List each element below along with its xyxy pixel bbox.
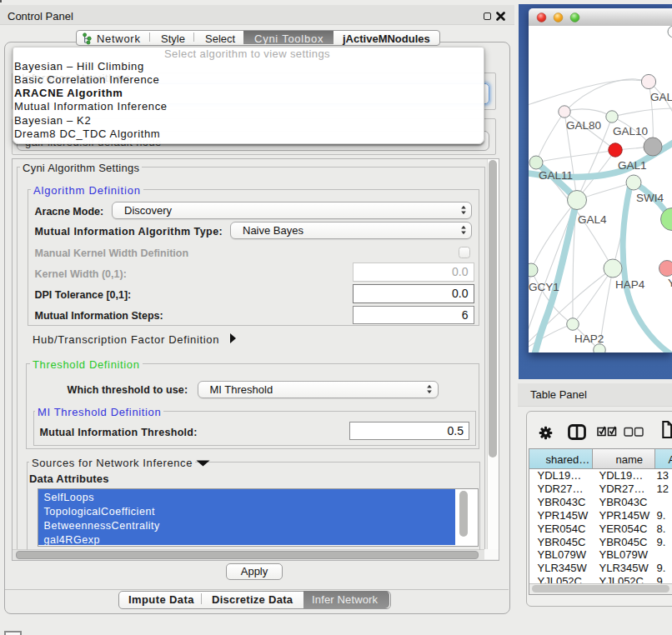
svg-text:GAL2: GAL2 <box>650 91 672 103</box>
svg-text:GCY1: GCY1 <box>529 281 559 293</box>
svg-text:HAP4: HAP4 <box>615 278 645 291</box>
svg-text:Y: Y <box>668 277 672 289</box>
svg-text:GAL4: GAL4 <box>578 213 607 226</box>
svg-text:GAL1: GAL1 <box>618 159 647 172</box>
svg-text:GAL80: GAL80 <box>566 119 601 132</box>
svg-text:GAL10: GAL10 <box>613 125 648 138</box>
svg-text:SWI4: SWI4 <box>636 192 664 204</box>
svg-text:HAP2: HAP2 <box>574 332 604 345</box>
svg-text:GAL11: GAL11 <box>539 169 573 182</box>
